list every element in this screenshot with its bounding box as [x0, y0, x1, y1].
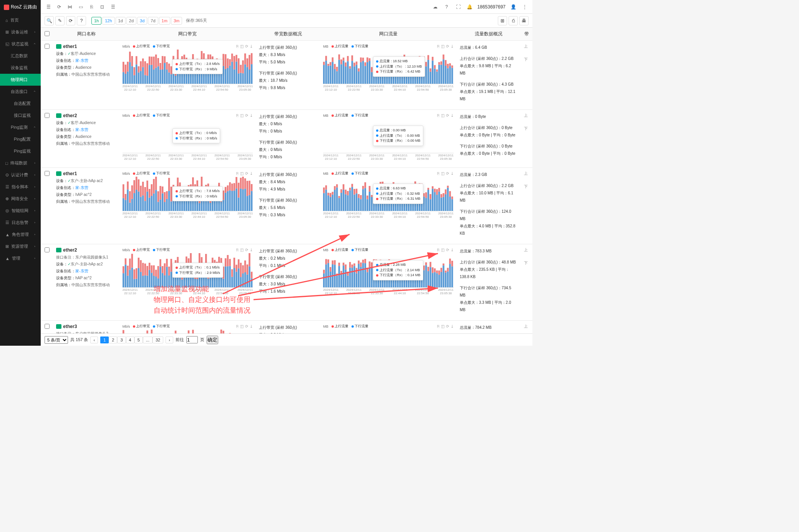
- chart-action-icon[interactable]: ⎘: [437, 113, 439, 118]
- more-icon[interactable]: ⋮: [521, 3, 529, 11]
- nav-10[interactable]: Ping配置: [0, 133, 41, 145]
- chat-icon[interactable]: ▭: [77, 3, 85, 11]
- row-checkbox[interactable]: [45, 324, 50, 329]
- time-3d[interactable]: 3d: [137, 17, 147, 25]
- row-checkbox[interactable]: [45, 44, 50, 49]
- row-checkbox[interactable]: [45, 113, 50, 118]
- prev-page[interactable]: ‹: [90, 336, 98, 343]
- chart-action-icon[interactable]: ⤓: [250, 171, 253, 176]
- reload-button[interactable]: ⟳: [66, 16, 75, 25]
- user-name[interactable]: 18653697697: [477, 4, 506, 10]
- nav-0[interactable]: ⌂首页: [0, 14, 41, 26]
- chart-action-icon[interactable]: ⎘: [236, 113, 239, 118]
- chart-action-icon[interactable]: ⤓: [451, 248, 454, 252]
- page-...[interactable]: ...: [143, 336, 153, 343]
- nav-19[interactable]: ⊞资源管理›: [0, 240, 41, 252]
- search-button[interactable]: 🔍: [45, 16, 54, 25]
- list-icon[interactable]: ☰: [109, 3, 117, 11]
- chart-action-icon[interactable]: ⤓: [451, 324, 454, 328]
- confirm-button[interactable]: 确定: [207, 336, 218, 344]
- chart-action-icon[interactable]: ◫: [441, 44, 444, 48]
- tool-icon-1[interactable]: ⋈: [66, 3, 74, 11]
- chart-action-icon[interactable]: ⟳: [245, 113, 248, 118]
- page-1[interactable]: 1: [100, 336, 109, 343]
- row-checkbox[interactable]: [45, 171, 50, 176]
- nav-20[interactable]: ▲管理›: [0, 252, 41, 264]
- time-1m[interactable]: 1m: [159, 17, 170, 25]
- export-button[interactable]: ⎙: [509, 16, 518, 25]
- chart-action-icon[interactable]: ⟳: [245, 171, 248, 176]
- import-icon[interactable]: ⊡: [98, 3, 106, 11]
- page-32[interactable]: 32: [153, 336, 163, 343]
- page-2[interactable]: 2: [109, 336, 117, 343]
- row-checkbox[interactable]: [45, 247, 50, 252]
- nav-17[interactable]: ☰日志告警›: [0, 217, 41, 229]
- bell-icon[interactable]: 🔔: [466, 3, 474, 11]
- table-container[interactable]: 网口名称网口带宽带宽数据概况网口流量流量数据概况带 ether1设备：✓客厅-A…: [41, 28, 532, 333]
- time-2d[interactable]: 2d: [126, 17, 136, 25]
- nav-14[interactable]: ☰指令脚本›: [0, 181, 41, 193]
- time-3m[interactable]: 3m: [171, 17, 182, 25]
- chart-action-icon[interactable]: ◫: [441, 171, 444, 176]
- chart-action-icon[interactable]: ◫: [441, 324, 444, 328]
- chart-action-icon[interactable]: ⤓: [451, 113, 454, 118]
- help-icon[interactable]: ?: [443, 3, 451, 11]
- user-icon[interactable]: 👤: [509, 3, 517, 11]
- chart-action-icon[interactable]: ⟳: [245, 324, 248, 328]
- chart-action-icon[interactable]: ⟳: [446, 171, 449, 176]
- chart-action-icon[interactable]: ⟳: [446, 248, 449, 252]
- device-alias[interactable]: 家-东营: [75, 269, 88, 273]
- select-all[interactable]: [45, 31, 50, 36]
- chart-action-icon[interactable]: ⎘: [236, 248, 239, 252]
- edit-button[interactable]: ✎: [55, 16, 65, 25]
- cloud-icon[interactable]: ☁: [431, 3, 439, 11]
- menu-icon[interactable]: ☰: [45, 3, 52, 11]
- refresh-icon[interactable]: ⟳: [55, 3, 63, 11]
- chart-action-icon[interactable]: ◫: [240, 171, 244, 176]
- chart-action-icon[interactable]: ⤓: [250, 324, 253, 328]
- page-4[interactable]: 4: [126, 336, 134, 343]
- nav-6[interactable]: 自选接口^: [0, 86, 41, 98]
- nav-5[interactable]: 物理网口: [0, 74, 41, 86]
- chart-action-icon[interactable]: ⟳: [245, 44, 248, 48]
- nav-18[interactable]: ▲角色管理›: [0, 229, 41, 240]
- chart-action-icon[interactable]: ⎘: [437, 44, 439, 48]
- chart-action-icon[interactable]: ⤓: [250, 44, 253, 48]
- nav-11[interactable]: Ping监视: [0, 145, 41, 157]
- page-3[interactable]: 3: [117, 336, 126, 343]
- chart-action-icon[interactable]: ⎘: [236, 44, 239, 48]
- print-button[interactable]: 🖶: [519, 16, 529, 25]
- chart-action-icon[interactable]: ⟳: [446, 324, 449, 328]
- grid-button[interactable]: ⊞: [498, 16, 507, 25]
- chart-action-icon[interactable]: ⟳: [446, 113, 449, 118]
- nav-2[interactable]: ◱状态监视^: [0, 38, 41, 50]
- chart-action-icon[interactable]: ◫: [240, 113, 244, 118]
- nav-1[interactable]: ⊞设备运维›: [0, 26, 41, 38]
- chart-action-icon[interactable]: ⤓: [451, 44, 454, 48]
- chart-action-icon[interactable]: ◫: [441, 248, 444, 252]
- chart-action-icon[interactable]: ⎘: [236, 171, 239, 176]
- chart-action-icon[interactable]: ◫: [240, 324, 244, 328]
- chart-action-icon[interactable]: ⟳: [446, 44, 449, 48]
- nav-3[interactable]: 汇总数据: [0, 50, 41, 62]
- nav-7[interactable]: 自选配置: [0, 98, 41, 109]
- chart-action-icon[interactable]: ⤓: [250, 248, 253, 252]
- chart-action-icon[interactable]: ◫: [441, 113, 444, 118]
- fullscreen-icon[interactable]: ⛶: [454, 3, 462, 11]
- chart-action-icon[interactable]: ⎘: [236, 324, 239, 328]
- device-alias[interactable]: 家-东营: [75, 186, 88, 190]
- page-size-select[interactable]: 5 条/页: [45, 336, 68, 344]
- chart-action-icon[interactable]: ⎘: [437, 171, 439, 176]
- time-12h[interactable]: 12h: [102, 17, 114, 25]
- nav-13[interactable]: ⊙认证计费›: [0, 169, 41, 181]
- next-page[interactable]: ›: [166, 336, 173, 343]
- nav-12[interactable]: □终端数据›: [0, 157, 41, 169]
- chart-action-icon[interactable]: ⟳: [245, 248, 248, 252]
- nav-8[interactable]: 接口监视: [0, 109, 41, 121]
- chart-action-icon[interactable]: ⎘: [437, 248, 439, 252]
- copy-icon[interactable]: ⎘: [88, 3, 95, 11]
- time-1d[interactable]: 1d: [116, 17, 126, 25]
- chart-action-icon[interactable]: ◫: [240, 44, 244, 48]
- time-1h[interactable]: 1h: [91, 17, 101, 25]
- nav-4[interactable]: 设备监视: [0, 62, 41, 74]
